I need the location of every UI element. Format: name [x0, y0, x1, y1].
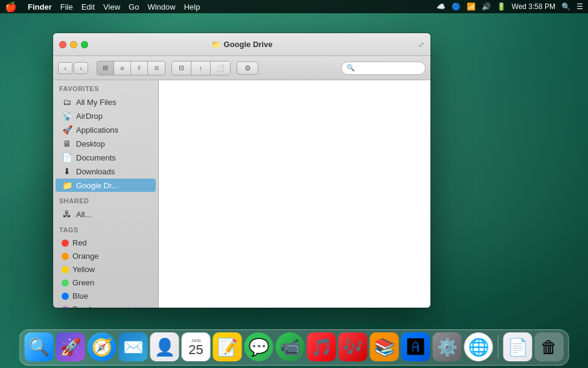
sidebar-item-label: Google Dr...	[76, 181, 118, 190]
sidebar-item-label: Blue	[72, 291, 88, 300]
sidebar-item-tag-purple[interactable]: Purple	[56, 303, 156, 308]
dock-item-itunes[interactable]: 🎵	[307, 332, 336, 361]
dock-item-syspref[interactable]: ⚙️	[433, 332, 462, 361]
desktop-icon: 🖥	[62, 139, 72, 148]
dock-item-contacts[interactable]: 👤	[150, 332, 179, 361]
cloud-icon: ☁️	[436, 2, 446, 11]
sidebar-item-downloads[interactable]: ⬇ Downloads	[56, 165, 156, 178]
gear-button[interactable]: ⚙	[237, 62, 258, 75]
dock-item-appstore[interactable]: 🅰	[401, 332, 430, 361]
contacts-icon[interactable]: 👤	[150, 332, 179, 361]
menubar-view[interactable]: View	[103, 2, 120, 11]
sidebar-item-tag-orange[interactable]: Orange	[56, 250, 156, 262]
sidebar: FAVORITES 🗂 All My Files 📡 AirDrop 🚀 App…	[53, 80, 159, 308]
dock-item-calendar[interactable]: JAN 25	[182, 332, 211, 361]
search-icon: 🔍	[347, 64, 355, 72]
dock-item-notes[interactable]: 📝	[213, 332, 242, 361]
itunes-icon[interactable]: 🎵	[307, 332, 336, 361]
maximize-button[interactable]	[81, 41, 88, 48]
tag-dot-green	[62, 279, 69, 287]
dock-item-messages[interactable]: 💬	[244, 332, 273, 361]
trash-icon[interactable]: 🗑	[535, 332, 564, 361]
sidebar-item-tag-red[interactable]: Red	[56, 236, 156, 249]
finder-icon[interactable]: 🔍	[25, 332, 54, 361]
file-content-area[interactable]	[159, 80, 430, 308]
menubar: 🍎 Finder File Edit View Go Window Help ☁…	[0, 0, 588, 13]
dock-item-chrome[interactable]: 🌐	[464, 332, 493, 361]
sidebar-item-google-drive[interactable]: 📁 Google Dr...	[56, 179, 156, 192]
menubar-finder[interactable]: Finder	[28, 2, 52, 11]
sidebar-item-label: Purple	[72, 305, 95, 308]
list-view-button[interactable]: ≡	[114, 62, 131, 75]
share-button[interactable]: ↑	[191, 62, 211, 75]
ibooks-icon[interactable]: 📚	[370, 332, 399, 361]
close-button[interactable]	[59, 41, 66, 48]
dock-separator	[498, 335, 499, 359]
expand-button[interactable]: ⤢	[418, 40, 424, 49]
facetime-icon[interactable]: 📹	[276, 332, 305, 361]
dock-item-finder[interactable]: 🔍	[25, 332, 54, 361]
column-view-button[interactable]: ⦀	[131, 62, 148, 75]
syspref-icon[interactable]: ⚙️	[433, 332, 462, 361]
sidebar-item-label: Downloads	[76, 167, 115, 176]
menubar-window[interactable]: Window	[147, 2, 175, 11]
dock-item-itunesmusic[interactable]: 🎶	[339, 332, 368, 361]
finder-window: 📁 Google Drive ⤢ ‹ › ⊞ ≡ ⦀ ⧈ ⊟ ↑ ⬜ ⚙	[53, 33, 430, 308]
menubar-go[interactable]: Go	[129, 2, 139, 11]
sidebar-item-tag-blue[interactable]: Blue	[56, 290, 156, 302]
bluetooth-icon: 🔵	[452, 2, 461, 11]
calendar-icon[interactable]: JAN 25	[182, 332, 211, 361]
menu-icon[interactable]: ☰	[577, 2, 583, 11]
dock-item-mail[interactable]: ✉️	[119, 332, 148, 361]
itunesmusic-icon[interactable]: 🎶	[339, 332, 368, 361]
tags-header: TAGS	[53, 221, 158, 236]
menubar-edit[interactable]: Edit	[81, 2, 95, 11]
sidebar-item-all-shared[interactable]: 🖧 All...	[56, 208, 156, 221]
safari-icon[interactable]: 🧭	[88, 332, 117, 361]
menubar-file[interactable]: File	[60, 2, 73, 11]
forward-button[interactable]: ›	[74, 62, 88, 74]
sidebar-item-desktop[interactable]: 🖥 Desktop	[56, 137, 156, 150]
sidebar-item-label: All My Files	[76, 98, 116, 107]
coverflow-view-button[interactable]: ⧈	[148, 62, 165, 75]
label-button[interactable]: ⬜	[211, 62, 230, 75]
tag-dot-purple	[62, 306, 69, 308]
notes-icon[interactable]: 📝	[213, 332, 242, 361]
sidebar-item-label: AirDrop	[76, 112, 103, 121]
dock-item-trash[interactable]: 🗑	[535, 332, 564, 361]
apple-menu[interactable]: 🍎	[5, 1, 17, 13]
sidebar-item-label: Desktop	[76, 139, 105, 148]
mail-icon[interactable]: ✉️	[119, 332, 148, 361]
dock-item-launchpad[interactable]: 🚀	[56, 332, 85, 361]
messages-icon[interactable]: 💬	[244, 332, 273, 361]
search-bar[interactable]: 🔍	[341, 62, 426, 75]
sidebar-item-label: Red	[72, 238, 87, 247]
sidebar-item-all-my-files[interactable]: 🗂 All My Files	[56, 95, 156, 109]
dock-item-safari[interactable]: 🧭	[88, 332, 117, 361]
dock-item-ibooks[interactable]: 📚	[370, 332, 399, 361]
title-bar: 📁 Google Drive ⤢	[53, 33, 430, 56]
launchpad-icon[interactable]: 🚀	[56, 332, 85, 361]
tag-dot-orange	[62, 253, 69, 260]
sidebar-item-label: Yellow	[72, 265, 95, 274]
appstore-icon[interactable]: 🅰	[401, 332, 430, 361]
minimize-button[interactable]	[70, 41, 77, 48]
sidebar-item-tag-yellow[interactable]: Yellow	[56, 263, 156, 276]
sidebar-item-tag-green[interactable]: Green	[56, 276, 156, 289]
icon-view-button[interactable]: ⊞	[97, 62, 114, 75]
favorites-header: FAVORITES	[53, 80, 158, 95]
sidebar-item-documents[interactable]: 📄 Documents	[56, 151, 156, 164]
back-button[interactable]: ‹	[58, 62, 72, 74]
dock-item-facetime[interactable]: 📹	[276, 332, 305, 361]
arrange-button[interactable]: ⊟	[172, 62, 191, 75]
downloads-icon: ⬇	[62, 167, 72, 176]
menubar-help[interactable]: Help	[184, 2, 200, 11]
dock-item-texteditor[interactable]: 📄	[503, 332, 532, 361]
search-icon[interactable]: 🔍	[561, 2, 570, 11]
battery-icon: 🔋	[497, 2, 506, 11]
sidebar-item-applications[interactable]: 🚀 Applications	[56, 123, 156, 136]
sidebar-item-airdrop[interactable]: 📡 AirDrop	[56, 109, 156, 122]
chrome-icon[interactable]: 🌐	[464, 332, 493, 361]
texteditor-icon[interactable]: 📄	[503, 332, 532, 361]
sidebar-item-label: Orange	[72, 252, 98, 261]
